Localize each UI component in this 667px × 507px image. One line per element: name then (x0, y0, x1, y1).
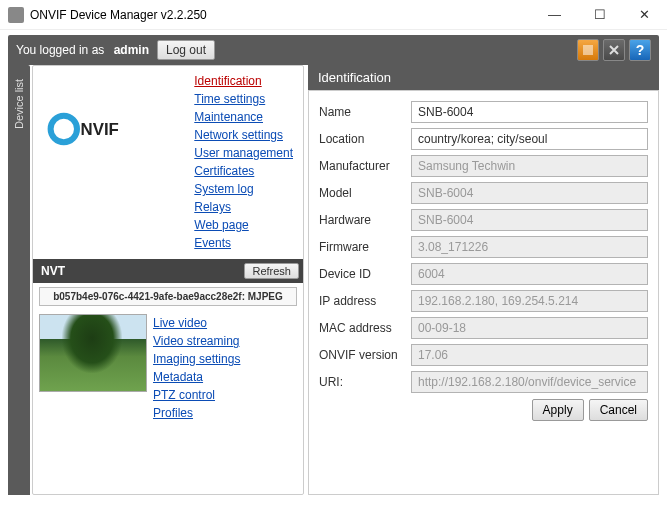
side-tabs: Device list (8, 65, 30, 495)
link-live-video[interactable]: Live video (153, 314, 240, 332)
input-name[interactable] (411, 101, 648, 123)
input-hardware (411, 209, 648, 231)
lbl-uri: URI: (319, 375, 411, 389)
svg-point-1 (51, 115, 77, 141)
input-manufacturer (411, 155, 648, 177)
minimize-button[interactable]: — (532, 0, 577, 30)
login-user: admin (114, 43, 149, 57)
apply-button[interactable]: Apply (532, 399, 584, 421)
nav-identification[interactable]: Identification (194, 72, 293, 90)
link-imaging-settings[interactable]: Imaging settings (153, 350, 240, 368)
input-mac-address (411, 317, 648, 339)
stream-links: Live video Video streaming Imaging setti… (153, 314, 240, 422)
nav-system-log[interactable]: System log (194, 180, 293, 198)
logout-button[interactable]: Log out (157, 40, 215, 60)
input-firmware (411, 236, 648, 258)
lbl-device-id: Device ID (319, 267, 411, 281)
lbl-onvif-version: ONVIF version (319, 348, 411, 362)
svg-text:NVIF: NVIF (81, 120, 119, 139)
nvt-label: NVT (41, 264, 65, 278)
nav-events[interactable]: Events (194, 234, 293, 252)
nav-time-settings[interactable]: Time settings (194, 90, 293, 108)
close-button[interactable]: ✕ (622, 0, 667, 30)
left-panel: NVIF Identification Time settings Mainte… (32, 65, 304, 495)
lbl-hardware: Hardware (319, 213, 411, 227)
link-ptz-control[interactable]: PTZ control (153, 386, 240, 404)
link-video-streaming[interactable]: Video streaming (153, 332, 240, 350)
video-thumbnail[interactable] (39, 314, 147, 392)
cancel-button[interactable]: Cancel (589, 399, 648, 421)
maximize-button[interactable]: ☐ (577, 0, 622, 30)
lbl-firmware: Firmware (319, 240, 411, 254)
lbl-mac-address: MAC address (319, 321, 411, 335)
login-prefix: You logged in as (16, 43, 104, 57)
input-location[interactable] (411, 128, 648, 150)
refresh-button[interactable]: Refresh (244, 263, 299, 279)
nav-user-management[interactable]: User management (194, 144, 293, 162)
link-profiles[interactable]: Profiles (153, 404, 240, 422)
lbl-name: Name (319, 105, 411, 119)
nav-certificates[interactable]: Certificates (194, 162, 293, 180)
lbl-manufacturer: Manufacturer (319, 159, 411, 173)
svg-rect-0 (583, 45, 593, 55)
nav-network-settings[interactable]: Network settings (194, 126, 293, 144)
onvif-logo: NVIF (47, 111, 167, 147)
lbl-location: Location (319, 132, 411, 146)
nav-maintenance[interactable]: Maintenance (194, 108, 293, 126)
right-panel: Identification Name Location Manufacture… (308, 65, 659, 495)
input-onvif-version (411, 344, 648, 366)
device-id-box[interactable]: b057b4e9-076c-4421-9afe-bae9acc28e2f: MJ… (39, 287, 297, 306)
panel-header: Identification (308, 65, 659, 90)
input-uri (411, 371, 648, 393)
nav-links: Identification Time settings Maintenance… (194, 72, 293, 252)
tab-device-list[interactable]: Device list (10, 73, 28, 135)
app-icon (8, 7, 24, 23)
nav-relays[interactable]: Relays (194, 198, 293, 216)
window-title: ONVIF Device Manager v2.2.250 (30, 8, 532, 22)
input-model (411, 182, 648, 204)
lbl-model: Model (319, 186, 411, 200)
app-settings-icon[interactable] (577, 39, 599, 61)
lbl-ip-address: IP address (319, 294, 411, 308)
input-ip-address (411, 290, 648, 312)
link-metadata[interactable]: Metadata (153, 368, 240, 386)
input-device-id (411, 263, 648, 285)
nav-web-page[interactable]: Web page (194, 216, 293, 234)
help-icon[interactable]: ? (629, 39, 651, 61)
tools-icon[interactable] (603, 39, 625, 61)
